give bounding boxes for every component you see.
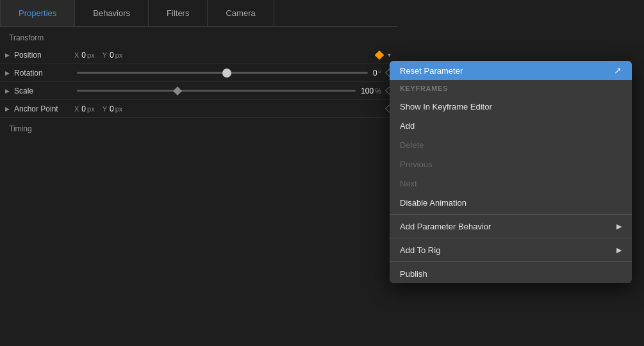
anchor-point-y-label: Y xyxy=(103,105,107,113)
menu-item-show-keyframe-editor[interactable]: Show In Keyframe Editor xyxy=(390,97,632,116)
menu-item-previous: Previous xyxy=(390,154,632,174)
scale-slider-thumb[interactable] xyxy=(173,86,182,95)
position-x-value[interactable]: 0 xyxy=(81,51,86,60)
submenu-arrow-parameter-behavior: ▶ xyxy=(616,222,622,231)
menu-item-add-to-rig[interactable]: Add To Rig ▶ xyxy=(390,240,632,260)
anchor-point-y-value[interactable]: 0 xyxy=(110,104,114,113)
menu-separator-1 xyxy=(390,214,632,215)
menu-separator-2 xyxy=(390,238,632,238)
menu-separator-3 xyxy=(390,261,632,262)
position-x-unit: px xyxy=(87,51,95,59)
menu-item-reset-parameter[interactable]: Reset Parameter ↗ xyxy=(390,61,632,80)
menu-item-keyframes-header: KEYFRAMES xyxy=(390,80,632,97)
tab-properties[interactable]: Properties xyxy=(0,0,75,26)
submenu-arrow-add-to-rig: ▶ xyxy=(616,246,622,254)
tab-behaviors[interactable]: Behaviors xyxy=(75,0,149,26)
rotation-unit: ° xyxy=(379,69,381,77)
rotation-expand-arrow[interactable]: ▶ xyxy=(5,70,14,76)
menu-item-next: Next xyxy=(390,174,632,193)
rotation-slider-track[interactable] xyxy=(77,72,368,74)
panel-content: Transform ▶ Position X 0 px Y 0 px ▼ ▶ R… xyxy=(0,27,397,137)
position-y-label: Y xyxy=(103,51,107,59)
position-row[interactable]: ▶ Position X 0 px Y 0 px ▼ xyxy=(0,46,397,64)
scale-row[interactable]: ▶ Scale 100 % xyxy=(0,82,397,100)
position-y-unit: px xyxy=(115,51,123,59)
position-dropdown-arrow[interactable]: ▼ xyxy=(386,52,392,58)
position-x-label: X xyxy=(74,51,79,59)
cursor-icon: ↗ xyxy=(614,65,622,76)
scale-expand-arrow[interactable]: ▶ xyxy=(5,88,14,94)
anchor-point-y-unit: px xyxy=(115,105,123,113)
rotation-slider-thumb[interactable] xyxy=(222,69,231,78)
rotation-row[interactable]: ▶ Rotation 0 ° xyxy=(0,64,397,82)
tab-bar: Properties Behaviors Filters Camera xyxy=(0,0,397,27)
left-panel: Properties Behaviors Filters Camera Tran… xyxy=(0,0,397,346)
position-expand-arrow[interactable]: ▶ xyxy=(5,52,14,58)
anchor-point-label: Anchor Point xyxy=(14,104,72,113)
tab-camera[interactable]: Camera xyxy=(208,0,274,26)
position-y-value[interactable]: 0 xyxy=(110,51,114,60)
position-keyframe-icon[interactable] xyxy=(375,50,384,59)
scale-value[interactable]: 100 xyxy=(361,86,374,95)
timing-section-header: Timing xyxy=(0,118,397,137)
anchor-point-x-label: X xyxy=(74,105,79,113)
rotation-label: Rotation xyxy=(14,69,72,78)
transform-section-header: Transform xyxy=(0,27,397,46)
scale-label: Scale xyxy=(14,86,72,95)
scale-unit: % xyxy=(375,87,381,95)
anchor-point-expand-arrow[interactable]: ▶ xyxy=(5,106,14,112)
menu-item-disable-animation[interactable]: Disable Animation xyxy=(390,193,632,212)
context-menu: Reset Parameter ↗ KEYFRAMES Show In Keyf… xyxy=(390,61,632,283)
menu-item-publish[interactable]: Publish xyxy=(390,264,632,283)
rotation-value[interactable]: 0 xyxy=(373,69,377,78)
anchor-point-x-unit: px xyxy=(87,105,95,113)
tab-filters[interactable]: Filters xyxy=(149,0,208,26)
menu-item-delete: Delete xyxy=(390,135,632,154)
position-label: Position xyxy=(14,51,72,60)
anchor-point-row[interactable]: ▶ Anchor Point X 0 px Y 0 px xyxy=(0,100,397,118)
menu-item-add[interactable]: Add xyxy=(390,116,632,135)
menu-item-add-parameter-behavior[interactable]: Add Parameter Behavior ▶ xyxy=(390,217,632,236)
anchor-point-x-value[interactable]: 0 xyxy=(81,104,86,113)
scale-slider-track[interactable] xyxy=(77,90,356,92)
